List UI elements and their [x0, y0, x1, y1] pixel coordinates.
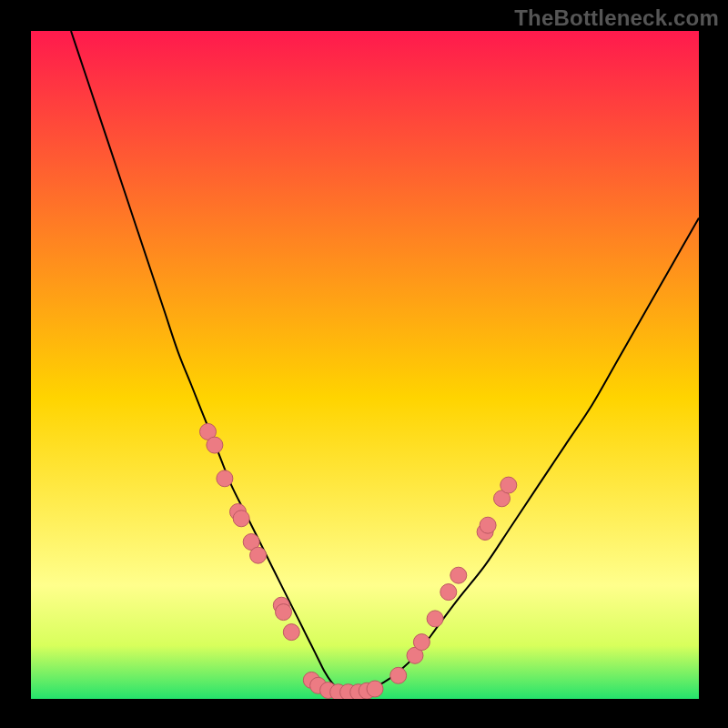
- data-marker: [390, 667, 407, 683]
- data-marker: [276, 604, 292, 621]
- plot-area: [31, 31, 699, 699]
- chart-svg: [31, 31, 699, 699]
- data-marker: [217, 470, 233, 487]
- gradient-background: [31, 31, 699, 699]
- attribution-text: TheBottleneck.com: [514, 5, 719, 31]
- data-marker: [440, 584, 457, 601]
- data-marker: [500, 477, 517, 493]
- data-marker: [427, 611, 443, 627]
- data-marker: [207, 437, 223, 453]
- data-marker: [450, 567, 467, 583]
- data-marker: [283, 624, 299, 641]
- data-marker: [250, 547, 267, 563]
- data-marker: [413, 634, 430, 651]
- data-marker: [480, 517, 496, 533]
- outer-frame: TheBottleneck.com: [0, 0, 728, 728]
- data-marker: [367, 681, 383, 697]
- data-marker: [233, 511, 249, 527]
